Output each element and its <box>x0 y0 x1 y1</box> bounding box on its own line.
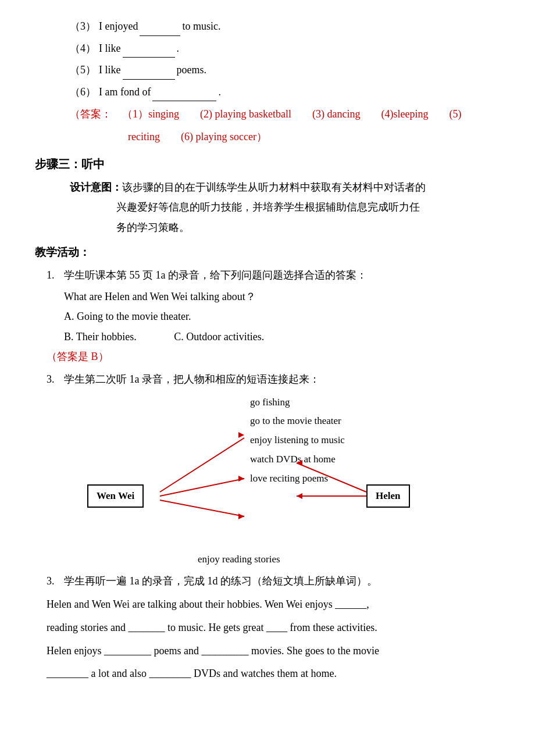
item-6: （6） I am fond of . <box>35 83 500 102</box>
svg-marker-3 <box>238 432 244 438</box>
arrows-svg <box>70 394 477 545</box>
item-num-3: （3） <box>70 17 99 35</box>
enjoy-reading: enjoy reading stories <box>35 551 500 568</box>
item-after-4: . <box>177 40 180 58</box>
activity3b-text: 学生再听一遍 1a 的录音，完成 1d 的练习（给短文填上所缺单词）。 <box>64 572 500 590</box>
svg-marker-8 <box>297 460 302 466</box>
activity3b: 3. 学生再听一遍 1a 的录音，完成 1d 的练习（给短文填上所缺单词）。 <box>35 572 500 590</box>
item-num-6: （6） <box>70 83 99 101</box>
activity3b-num: 3. <box>47 572 64 590</box>
item-after-5: poems. <box>177 61 207 79</box>
design-block: 设计意图：该步骤的目的在于训练学生从听力材料中获取有关材料中对话者的 兴趣爱好等… <box>35 177 500 237</box>
svg-line-6 <box>297 463 366 492</box>
item-after-6: . <box>218 83 221 101</box>
answer-line2-text: reciting (6) playing soccer） <box>128 131 267 142</box>
activity3a-text: 学生第二次听 1a 录音，把人物和相应的短语连接起来： <box>64 370 500 388</box>
answer-block: （答案： （1）singing (2) playing basketball (… <box>35 105 500 123</box>
blank-5 <box>123 61 175 80</box>
svg-marker-5 <box>238 513 244 519</box>
optionB: B. Their hobbies. <box>64 331 137 343</box>
para-line1: Helen and Wen Wei are talking about thei… <box>47 594 500 616</box>
activity1-num: 1. <box>47 266 64 284</box>
item-4: （4） I like . <box>35 40 500 58</box>
para-line2: reading stories and _______ to music. He… <box>47 617 500 639</box>
item-after-3: to music. <box>182 17 220 35</box>
answer-line2: reciting (6) playing soccer） <box>35 127 500 146</box>
para-line3: Helen enjoys _________ poems and _______… <box>47 640 500 662</box>
svg-line-2 <box>160 500 244 516</box>
item-num-4: （4） <box>70 40 99 58</box>
fill-paragraph: Helen and Wen Wei are talking about thei… <box>35 594 500 685</box>
blank-6 <box>152 83 216 102</box>
item-text-4: I like <box>99 40 121 58</box>
item-text-5: I like <box>99 61 121 79</box>
svg-marker-9 <box>297 493 302 499</box>
diagram: go fishing go to the movie theater enjoy… <box>70 394 477 545</box>
activity3a: 3. 学生第二次听 1a 录音，把人物和相应的短语连接起来： <box>35 370 500 388</box>
answer1: （答案是 B） <box>35 348 500 366</box>
optionA: A. Going to the movie theater. <box>35 308 500 326</box>
design-label: 设计意图： <box>70 181 122 193</box>
item-3: （3） I enjoyed to music. <box>35 17 500 36</box>
activity1: 1. 学生听课本第 55 页 1a 的录音，给下列问题问题选择合适的答案： <box>35 266 500 284</box>
item-5: （5） I like poems. <box>35 61 500 80</box>
activity-title: 教学活动： <box>35 243 500 262</box>
blank-4 <box>123 40 175 58</box>
activity1-text: 学生听课本第 55 页 1a 的录音，给下列问题问题选择合适的答案： <box>64 266 500 284</box>
svg-marker-4 <box>238 476 244 482</box>
item-text-3: I enjoyed <box>99 17 138 35</box>
item-num-5: （5） <box>70 61 99 79</box>
question1: What are Helen and Wen Wei talking about… <box>35 288 500 306</box>
step3-title: 步骤三：听中 <box>35 154 500 174</box>
answer-label: （答案： （1）singing (2) playing basketball (… <box>70 108 461 120</box>
item-text-6: I am fond of <box>99 83 151 101</box>
activity3a-num: 3. <box>47 370 64 388</box>
design-text2: 兴趣爱好等信息的听力技能，并培养学生根据辅助信息完成听力任 <box>70 201 420 213</box>
option-BC: B. Their hobbies. C. Outdoor activities. <box>35 328 500 346</box>
optionC: C. Outdoor activities. <box>174 331 264 343</box>
design-text1: 该步骤的目的在于训练学生从听力材料中获取有关材料中对话者的 <box>122 181 426 193</box>
svg-line-1 <box>160 479 244 496</box>
para-line4: ________ a lot and also ________ DVDs an… <box>47 663 500 685</box>
design-text3: 务的学习策略。 <box>70 222 190 233</box>
blank-3 <box>140 17 180 36</box>
svg-line-0 <box>160 438 244 492</box>
